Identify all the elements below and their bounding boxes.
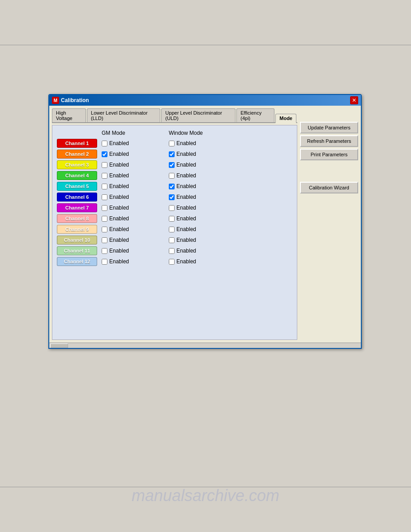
window-checkbox-8[interactable] — [169, 216, 175, 222]
gm-checkbox-label-6: Enabled — [109, 194, 129, 200]
gm-checkbox-2[interactable] — [102, 151, 107, 157]
gm-checkbox-group-10: Enabled — [102, 237, 169, 243]
channel-row-4: Channel 4EnabledEnabled — [57, 171, 292, 180]
tab-lld[interactable]: Lower Level Discriminator (LLD) — [87, 108, 160, 122]
window-checkbox-4[interactable] — [169, 173, 175, 179]
channel-row-7: Channel 7EnabledEnabled — [57, 203, 292, 212]
channel-label-6: Channel 6 — [57, 193, 97, 202]
channel-label-8: Channel 8 — [57, 214, 97, 223]
window-title: Calibration — [61, 97, 89, 103]
title-bar-left: M Calibration — [52, 97, 89, 104]
gm-checkbox-label-1: Enabled — [109, 140, 129, 146]
window-checkbox-11[interactable] — [169, 248, 175, 254]
window-checkbox-7[interactable] — [169, 205, 175, 211]
gm-checkbox-3[interactable] — [102, 162, 107, 168]
gm-checkbox-group-4: Enabled — [102, 172, 169, 179]
gm-checkbox-group-12: Enabled — [102, 258, 169, 265]
calibration-wizard-button[interactable]: Calibration Wizard — [300, 182, 358, 193]
channel-row-10: Channel 10EnabledEnabled — [57, 236, 292, 245]
app-icon: M — [52, 97, 59, 104]
window-checkbox-12[interactable] — [169, 259, 175, 265]
channel-label-7: Channel 7 — [57, 203, 97, 212]
gm-checkbox-9[interactable] — [102, 227, 107, 232]
window-checkbox-5[interactable] — [169, 184, 175, 189]
channel-row-11: Channel 11EnabledEnabled — [57, 246, 292, 255]
channel-label-12: Channel 12 — [57, 257, 97, 266]
gm-checkbox-4[interactable] — [102, 173, 107, 179]
window-checkbox-3[interactable] — [169, 162, 175, 168]
gm-checkbox-6[interactable] — [102, 194, 107, 200]
close-button[interactable]: ✕ — [350, 96, 358, 104]
window-checkbox-group-4: Enabled — [169, 172, 236, 179]
channel-list: Channel 1EnabledEnabledChannel 2EnabledE… — [57, 139, 292, 266]
gm-checkbox-label-12: Enabled — [109, 258, 129, 265]
window-checkbox-group-8: Enabled — [169, 215, 236, 222]
window-checkbox-1[interactable] — [169, 141, 175, 146]
channel-label-9: Channel 9 — [57, 225, 97, 234]
window-checkbox-group-6: Enabled — [169, 194, 236, 200]
window-checkbox-group-1: Enabled — [169, 140, 236, 146]
window-checkbox-group-7: Enabled — [169, 205, 236, 211]
gm-checkbox-group-3: Enabled — [102, 162, 169, 168]
tabs-row: High Voltage Lower Level Discriminator (… — [52, 108, 297, 123]
gm-checkbox-11[interactable] — [102, 248, 107, 254]
window-checkbox-label-8: Enabled — [176, 215, 196, 222]
window-checkbox-label-2: Enabled — [176, 151, 196, 157]
channel-label-4: Channel 4 — [57, 171, 97, 180]
gm-checkbox-12[interactable] — [102, 259, 107, 265]
gm-checkbox-8[interactable] — [102, 216, 107, 222]
scrollbar[interactable] — [49, 343, 361, 348]
channel-row-6: Channel 6EnabledEnabled — [57, 193, 292, 202]
window-checkbox-6[interactable] — [169, 194, 175, 200]
window-checkbox-label-6: Enabled — [176, 194, 196, 200]
mode-tab-content: GM Mode Window Mode Channel 1EnabledEnab… — [52, 125, 297, 340]
window-checkbox-group-11: Enabled — [169, 248, 236, 254]
gm-checkbox-label-7: Enabled — [109, 205, 129, 211]
gm-checkbox-group-6: Enabled — [102, 194, 169, 200]
channel-label-11: Channel 11 — [57, 246, 97, 255]
window-checkbox-label-7: Enabled — [176, 205, 196, 211]
gm-checkbox-label-4: Enabled — [109, 172, 129, 179]
gm-checkbox-5[interactable] — [102, 184, 107, 189]
gm-checkbox-group-11: Enabled — [102, 248, 169, 254]
window-checkbox-group-3: Enabled — [169, 162, 236, 168]
window-checkbox-label-5: Enabled — [176, 183, 196, 189]
page-background: M Calibration ✕ High Voltage Lower Level… — [0, 0, 411, 532]
watermark: manualsarchive.com — [132, 486, 279, 505]
window-checkbox-label-11: Enabled — [176, 248, 196, 254]
print-parameters-button[interactable]: Print Parameters — [300, 149, 358, 160]
window-checkbox-10[interactable] — [169, 237, 175, 243]
window-checkbox-9[interactable] — [169, 227, 175, 232]
gm-checkbox-1[interactable] — [102, 141, 107, 146]
channel-label-3: Channel 3 — [57, 160, 97, 169]
channel-label-5: Channel 5 — [57, 182, 97, 191]
channel-row-8: Channel 8EnabledEnabled — [57, 214, 292, 223]
gm-checkbox-10[interactable] — [102, 237, 107, 243]
tab-mode[interactable]: Mode — [275, 114, 296, 123]
right-panel: Update Parameters Refresh Parameters Pri… — [300, 108, 358, 340]
window-checkbox-group-2: Enabled — [169, 151, 236, 157]
channel-row-12: Channel 12EnabledEnabled — [57, 257, 292, 266]
gm-checkbox-label-2: Enabled — [109, 151, 129, 157]
tab-uld[interactable]: Upper Level Discriminator (ULD) — [161, 108, 235, 122]
window-checkbox-label-4: Enabled — [176, 172, 196, 179]
window-checkbox-group-10: Enabled — [169, 237, 236, 243]
window-checkbox-group-9: Enabled — [169, 226, 236, 232]
channel-label-1: Channel 1 — [57, 139, 97, 148]
tab-efficiency[interactable]: Efficiency (4pi) — [236, 108, 274, 122]
update-parameters-button[interactable]: Update Parameters — [300, 122, 358, 133]
gm-checkbox-label-10: Enabled — [109, 237, 129, 243]
tab-high-voltage[interactable]: High Voltage — [52, 108, 86, 122]
scrollbar-thumb[interactable] — [50, 343, 68, 348]
calibration-window: M Calibration ✕ High Voltage Lower Level… — [48, 94, 362, 349]
gm-checkbox-label-8: Enabled — [109, 215, 129, 222]
channel-row-2: Channel 2EnabledEnabled — [57, 150, 292, 159]
gm-checkbox-7[interactable] — [102, 205, 107, 211]
gm-checkbox-group-5: Enabled — [102, 183, 169, 189]
gm-checkbox-label-5: Enabled — [109, 183, 129, 189]
window-checkbox-2[interactable] — [169, 151, 175, 157]
refresh-parameters-button[interactable]: Refresh Parameters — [300, 135, 358, 147]
gm-checkbox-group-1: Enabled — [102, 140, 169, 146]
window-checkbox-label-3: Enabled — [176, 162, 196, 168]
window-checkbox-label-12: Enabled — [176, 258, 196, 265]
